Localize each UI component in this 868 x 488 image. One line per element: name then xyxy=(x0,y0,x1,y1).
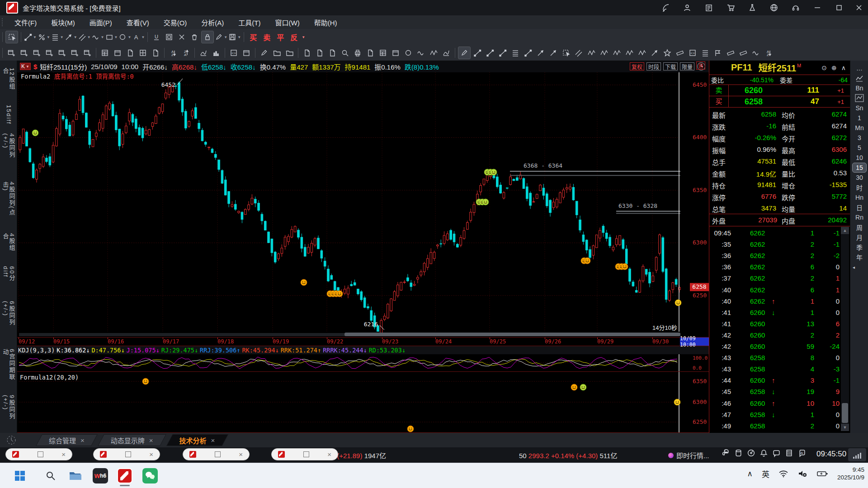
bands-tool-icon[interactable] xyxy=(699,47,711,59)
tick-row-5[interactable]: :40626261 xyxy=(709,284,840,296)
period-item-日[interactable]: 日 xyxy=(853,202,866,212)
workspace-tab-0[interactable]: 综合管理× xyxy=(39,434,94,446)
bar-chart-icon[interactable] xyxy=(210,47,222,59)
sort-desc-icon[interactable]: ZA xyxy=(180,47,192,59)
menu-item-3[interactable]: 查看(V) xyxy=(119,15,156,29)
tick-row-0[interactable]: 09:4562621-1 xyxy=(709,227,840,239)
signal-icon[interactable] xyxy=(428,47,439,59)
send-icon[interactable] xyxy=(364,47,376,59)
new-page-icon[interactable] xyxy=(5,47,17,59)
curve-chart-icon[interactable] xyxy=(198,47,209,59)
cursor-tool-icon[interactable] xyxy=(560,47,572,59)
wifi-icon[interactable] xyxy=(778,469,788,478)
search-icon[interactable] xyxy=(339,47,351,59)
star-tool-icon[interactable] xyxy=(661,47,673,59)
h-seg-icon[interactable] xyxy=(509,47,521,59)
tray-chevron-icon[interactable]: ∧ xyxy=(747,469,752,479)
pane-divider[interactable] xyxy=(17,371,709,372)
minimize-button[interactable] xyxy=(807,0,828,15)
tick-row-11[interactable]: :43625880 xyxy=(709,352,840,363)
period-item-1[interactable]: 1 xyxy=(853,113,866,123)
seg-line-2-icon[interactable] xyxy=(484,47,496,59)
close-icon[interactable]: × xyxy=(239,450,243,458)
minimized-window-1[interactable]: × xyxy=(93,448,160,460)
candlestick-chart[interactable]: 645064006350630062506368 - 63646330 - 63… xyxy=(17,72,709,337)
db-icon[interactable] xyxy=(734,449,743,459)
scroll-down-icon[interactable]: ▼ xyxy=(841,424,849,431)
wh-app-icon[interactable]: wh6 xyxy=(91,467,109,485)
ask-row[interactable]: 卖 6260 111 +1 xyxy=(709,85,850,96)
share-icon[interactable] xyxy=(763,0,785,15)
seg-line-1-icon[interactable] xyxy=(472,47,483,59)
text-tool[interactable]: A▼ xyxy=(132,31,145,43)
disc-icon[interactable] xyxy=(747,449,755,459)
menu-item-8[interactable]: 帮助(H) xyxy=(307,15,344,29)
v-seg-icon[interactable] xyxy=(522,47,534,59)
new-layout-icon[interactable] xyxy=(56,47,68,59)
frame-tool[interactable] xyxy=(163,31,175,43)
cycle-icon[interactable] xyxy=(5,434,18,446)
channel-line-icon[interactable] xyxy=(573,47,585,59)
maximize-button[interactable] xyxy=(828,0,850,15)
explorer-icon[interactable] xyxy=(66,467,84,485)
z-ruler-icon[interactable] xyxy=(725,47,736,59)
ai-icon[interactable]: AI xyxy=(797,449,806,459)
scale-tool-icon[interactable] xyxy=(674,47,686,59)
bid-row[interactable]: 买 6258 47 +1 xyxy=(709,96,850,107)
period-item-Rn[interactable]: Rn xyxy=(853,212,866,222)
menu-item-1[interactable]: 板块(M) xyxy=(44,15,82,29)
bell-icon[interactable] xyxy=(760,449,768,459)
zigzag-3-icon[interactable] xyxy=(611,47,623,59)
tab-close-icon[interactable]: × xyxy=(211,436,215,444)
column-view-icon[interactable] xyxy=(137,47,149,59)
tab-close-icon[interactable]: × xyxy=(149,436,153,444)
circle-tool[interactable]: ▼ xyxy=(118,31,131,43)
doc-flag-icon[interactable] xyxy=(326,47,338,59)
header-button-1[interactable]: 时段 xyxy=(646,62,661,70)
minimized-window-0[interactable]: × xyxy=(5,448,72,460)
trade-button-3[interactable]: 反 xyxy=(287,32,301,42)
tick-row-7[interactable]: :416260↓10 xyxy=(709,307,840,318)
collapse-icon[interactable]: ∧ xyxy=(841,64,846,71)
close-button[interactable] xyxy=(850,0,868,15)
tick-row-13[interactable]: :446260 ↑3-1 xyxy=(709,375,840,386)
arrow-line-icon[interactable] xyxy=(547,47,559,59)
restore-icon[interactable] xyxy=(215,451,221,457)
scroll-view-icon[interactable] xyxy=(150,47,161,59)
volume-muted-icon[interactable] xyxy=(797,469,807,478)
menu-item-5[interactable]: 分析(A) xyxy=(194,15,231,29)
sort-asc-icon[interactable]: AZ xyxy=(167,47,179,59)
trade-button-2[interactable]: 平 xyxy=(274,32,287,42)
period-item-3[interactable]: 3 xyxy=(853,133,866,143)
w-wave-icon[interactable] xyxy=(636,47,648,59)
gplus-tool-icon[interactable]: <> xyxy=(687,47,698,59)
tick-row-4[interactable]: :37626221 xyxy=(709,272,840,284)
export-view-icon[interactable] xyxy=(124,47,136,59)
period-item-5[interactable]: 5 xyxy=(853,143,866,153)
tick-row-12[interactable]: :4362584-3 xyxy=(709,363,840,375)
period-item-季[interactable]: 季 xyxy=(853,242,866,252)
sidebar-item-2[interactable]: 4股同列(+/-) xyxy=(2,133,15,172)
period-item-Bn[interactable]: Bn xyxy=(853,83,866,93)
sidebar-item-7[interactable]: 6宫同期联动 xyxy=(2,349,15,386)
period-item-Hn[interactable]: Hn xyxy=(853,192,866,202)
tick-row-3[interactable]: :36626260 xyxy=(709,261,840,272)
layout-window-icon[interactable] xyxy=(241,47,252,59)
delete-tool[interactable] xyxy=(176,31,188,43)
period-item-Mn[interactable]: Mn xyxy=(853,123,866,133)
workspace-tab-1[interactable]: 动态显示牌× xyxy=(101,434,163,446)
kdj-chart[interactable]: 100.00.0 xyxy=(17,354,709,371)
doc-up-icon[interactable] xyxy=(314,47,326,59)
period-item-时[interactable]: 时 xyxy=(853,183,866,192)
voice-icon[interactable] xyxy=(415,47,427,59)
tick-row-17[interactable]: :49625820 xyxy=(709,420,840,432)
new-report-icon[interactable] xyxy=(43,47,55,59)
tick-row-1[interactable]: :3562622-1 xyxy=(709,239,840,250)
photo-icon[interactable] xyxy=(390,47,401,59)
panel-toggle-icon[interactable]: 回 xyxy=(696,61,705,70)
sidebar-item-6[interactable]: 6股同列(+/-) xyxy=(2,301,15,340)
sidebar-item-8[interactable]: 9股同列(+/-) xyxy=(2,395,15,434)
v-wave-icon[interactable] xyxy=(750,47,762,59)
period-item-30[interactable]: 30 xyxy=(853,173,866,183)
sidebar-item-3[interactable]: 4股同列(点击) xyxy=(2,182,15,224)
